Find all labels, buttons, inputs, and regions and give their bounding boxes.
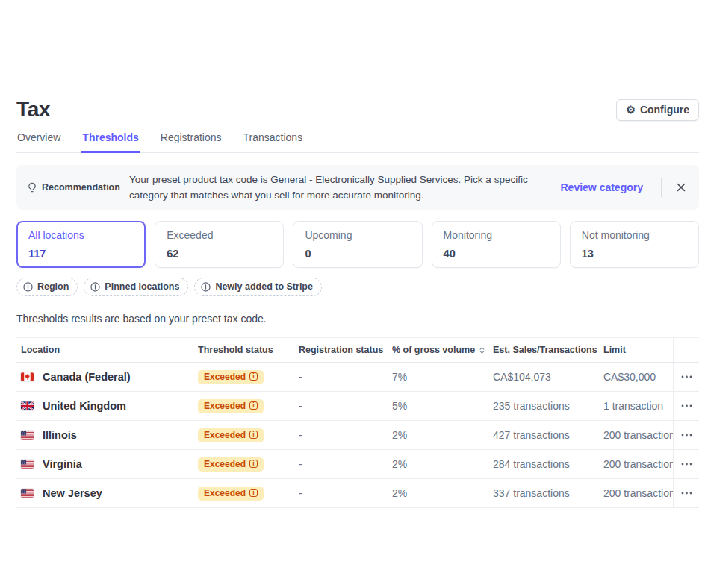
limit-cell: 200 transactions [603, 421, 673, 449]
card-count: 13 [582, 248, 687, 260]
recommendation-banner: Recommendation Your preset product tax c… [16, 165, 699, 210]
column-header-of-gross-volume[interactable]: % of gross volume [392, 338, 493, 362]
gross-volume-cell: 2% [392, 421, 493, 449]
card-label: Upcoming [305, 229, 410, 241]
summary-card-monitoring[interactable]: Monitoring40 [432, 221, 561, 268]
status-badge-label: Exceeded [204, 489, 246, 498]
tab-overview[interactable]: Overview [16, 131, 61, 153]
close-banner-button[interactable] [671, 177, 692, 198]
summary-card-all-locations[interactable]: All locations117 [16, 221, 146, 268]
status-badge-label: Exceeded [204, 431, 246, 440]
ellipsis-icon [681, 375, 692, 378]
registration-status-cell: - [299, 450, 392, 478]
thresholds-table: LocationThreshold statusRegistration sta… [16, 337, 699, 508]
actions-cell [673, 363, 699, 391]
review-category-link[interactable]: Review category [561, 181, 653, 193]
filter-chip-newly-added-to-stripe[interactable]: Newly added to Stripe [194, 278, 322, 296]
configure-button-label: Configure [640, 104, 689, 116]
card-count: 40 [444, 248, 549, 260]
column-label: % of gross volume [392, 345, 475, 355]
est-sales-cell: 284 transactions [493, 450, 603, 478]
page-title: Tax [16, 98, 50, 122]
ellipsis-icon [681, 404, 692, 407]
table-row-canada-federal[interactable]: Canada (Federal)Exceededi-7%CA$104,073CA… [16, 363, 699, 392]
table-row-new-jersey[interactable]: New JerseyExceededi-2%337 transactions20… [16, 479, 699, 508]
location-cell: Canada (Federal) [16, 363, 198, 391]
summary-card-not-monitoring[interactable]: Not monitoring13 [570, 221, 699, 268]
limit-cell: CA$30,000 [603, 363, 673, 391]
table-row-illinois[interactable]: IllinoisExceededi-2%427 transactions200 … [16, 421, 699, 450]
location-name: United Kingdom [43, 400, 126, 412]
status-badge-label: Exceeded [204, 460, 246, 469]
card-label: All locations [28, 229, 134, 241]
row-overflow-menu-button[interactable] [677, 401, 697, 410]
actions-cell [673, 450, 699, 478]
table-row-united-kingdom[interactable]: United KingdomExceededi-5%235 transactio… [16, 392, 699, 421]
row-overflow-menu-button[interactable] [677, 372, 697, 381]
column-label: Registration status [299, 345, 383, 355]
filter-chip-pinned-locations[interactable]: Pinned locations [84, 278, 188, 296]
us-flag [21, 489, 34, 498]
status-badge-label: Exceeded [204, 372, 246, 381]
card-count: 117 [28, 248, 134, 260]
tab-registrations[interactable]: Registrations [160, 131, 223, 153]
configure-button[interactable]: ⚙ Configure [616, 99, 699, 121]
gb-flag [21, 401, 34, 410]
us-flag-icon [21, 460, 34, 469]
status-badge[interactable]: Exceededi [198, 487, 264, 501]
plus-circle-icon [201, 282, 211, 292]
plus-circle-icon [90, 282, 100, 292]
gross-volume-cell: 7% [392, 363, 493, 391]
column-header-location: Location [16, 338, 198, 362]
tab-bar: OverviewThresholdsRegistrationsTransacti… [16, 131, 699, 153]
card-count: 62 [167, 248, 272, 260]
limit-cell: 200 transactions [603, 450, 673, 478]
ellipsis-icon [681, 463, 692, 466]
status-badge[interactable]: Exceededi [198, 399, 264, 413]
status-badge[interactable]: Exceededi [198, 370, 264, 384]
threshold-status-cell: Exceededi [198, 421, 299, 449]
banner-divider [661, 178, 662, 197]
status-badge-label: Exceeded [204, 401, 246, 410]
ellipsis-icon [681, 492, 692, 495]
info-icon: i [249, 372, 258, 381]
location-name: New Jersey [43, 487, 102, 499]
row-overflow-menu-button[interactable] [677, 460, 697, 469]
preset-tax-code-link[interactable]: preset tax code [192, 313, 264, 325]
est-sales-cell: CA$104,073 [493, 363, 603, 391]
registration-status-cell: - [299, 392, 392, 420]
row-overflow-menu-button[interactable] [677, 489, 697, 498]
column-label: Est. Sales/Transactions [493, 345, 597, 355]
location-cell: Illinois [16, 421, 198, 449]
summary-card-exceeded[interactable]: Exceeded62 [155, 221, 284, 268]
threshold-status-cell: Exceededi [198, 392, 299, 420]
plus-circle-icon [23, 282, 33, 292]
summary-card-upcoming[interactable]: Upcoming0 [293, 221, 422, 268]
column-label: Limit [603, 345, 626, 355]
chip-label: Pinned locations [105, 281, 179, 292]
table-row-virginia[interactable]: VirginiaExceededi-2%284 transactions200 … [16, 450, 699, 479]
tab-transactions[interactable]: Transactions [243, 131, 304, 153]
limit-cell: 1 transaction [603, 392, 673, 420]
canada-flag-icon [21, 372, 34, 381]
gross-volume-cell: 2% [392, 479, 493, 507]
page-header: Tax ⚙ Configure [16, 98, 699, 122]
threshold-status-cell: Exceededi [198, 450, 299, 478]
registration-status-cell: - [299, 421, 392, 449]
row-overflow-menu-button[interactable] [677, 431, 697, 440]
column-header-actions [673, 338, 699, 362]
column-label: Threshold status [198, 345, 273, 355]
note-suffix: . [264, 313, 267, 325]
status-badge[interactable]: Exceededi [198, 428, 264, 442]
status-badge[interactable]: Exceededi [198, 457, 264, 472]
gear-icon: ⚙ [626, 104, 636, 115]
lightbulb-icon [27, 182, 37, 193]
table-body: Canada (Federal)Exceededi-7%CA$104,073CA… [16, 363, 699, 508]
column-label: Location [21, 345, 60, 355]
tab-thresholds[interactable]: Thresholds [81, 131, 139, 153]
info-icon: i [249, 489, 258, 497]
location-name: Virginia [43, 458, 82, 470]
us-flag [21, 431, 34, 440]
filter-chip-region[interactable]: Region [16, 278, 78, 296]
column-header-registration-status: Registration status [299, 338, 392, 362]
